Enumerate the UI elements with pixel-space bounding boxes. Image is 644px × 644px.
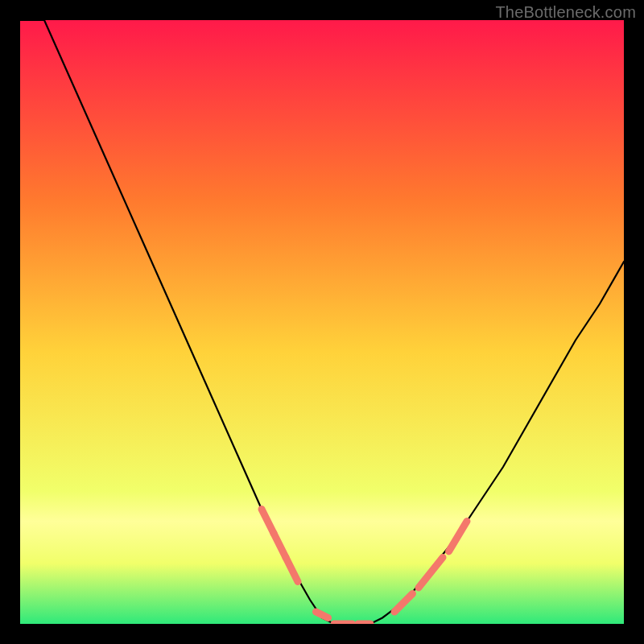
plot-area xyxy=(20,20,624,624)
chart-svg xyxy=(20,20,624,624)
chart-container: TheBottleneck.com xyxy=(0,0,644,644)
attribution-text: TheBottleneck.com xyxy=(495,3,636,22)
gradient-background xyxy=(20,20,624,624)
